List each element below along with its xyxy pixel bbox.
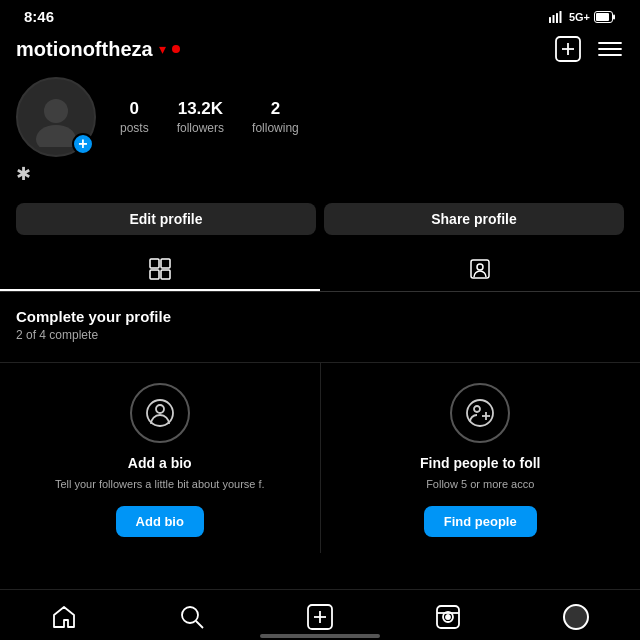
- add-post-button[interactable]: [554, 35, 582, 63]
- svg-point-13: [44, 99, 68, 123]
- add-photo-button[interactable]: +: [72, 133, 94, 155]
- find-people-button[interactable]: Find people: [424, 506, 537, 537]
- following-stat[interactable]: 2 following: [252, 99, 299, 135]
- task-find-people: Find people to foll Follow 5 or more acc…: [321, 363, 641, 553]
- svg-rect-17: [150, 270, 159, 279]
- home-indicator: [260, 634, 380, 638]
- stats-wrap: 0 posts 13.2K followers 2 following: [120, 99, 624, 135]
- svg-rect-5: [596, 13, 609, 21]
- tab-grid[interactable]: [0, 247, 320, 291]
- complete-profile-title: Complete your profile: [16, 308, 624, 325]
- task-add-bio: Add a bio Tell your followers a little b…: [0, 363, 321, 553]
- svg-point-24: [474, 406, 480, 412]
- following-label: following: [252, 121, 299, 135]
- svg-point-23: [467, 400, 493, 426]
- svg-rect-0: [549, 17, 551, 23]
- avatar-wrap: +: [16, 77, 96, 157]
- profile-tasks: Add a bio Tell your followers a little b…: [0, 362, 640, 553]
- posts-label: posts: [120, 121, 149, 135]
- following-count: 2: [271, 99, 280, 119]
- bottom-nav: [0, 589, 640, 640]
- battery-icon: [594, 11, 616, 23]
- complete-profile-subtitle: 2 of 4 complete: [16, 328, 624, 342]
- followers-label: followers: [177, 121, 224, 135]
- profile-section: + 0 posts 13.2K followers 2 following ✱: [0, 73, 640, 195]
- header: motionoftheza ▾: [0, 29, 640, 73]
- nav-add[interactable]: [256, 598, 384, 636]
- profile-info-row: + 0 posts 13.2K followers 2 following: [16, 77, 624, 157]
- nav-search[interactable]: [128, 598, 256, 636]
- svg-rect-1: [552, 15, 554, 23]
- svg-rect-18: [161, 270, 170, 279]
- svg-rect-2: [556, 13, 558, 23]
- svg-point-27: [182, 607, 198, 623]
- svg-point-22: [156, 405, 164, 413]
- dropdown-arrow-icon[interactable]: ▾: [159, 41, 166, 57]
- svg-point-14: [36, 125, 76, 147]
- svg-line-28: [196, 621, 203, 628]
- tab-bar: [0, 247, 640, 292]
- find-people-desc: Follow 5 or more acco: [426, 477, 534, 492]
- network-label: 5G+: [569, 11, 590, 23]
- followers-count: 13.2K: [178, 99, 223, 119]
- svg-rect-3: [559, 11, 561, 23]
- username-wrap: motionoftheza ▾: [16, 38, 180, 61]
- posts-count: 0: [130, 99, 139, 119]
- status-icons: 5G+: [549, 11, 616, 23]
- svg-point-34: [446, 615, 450, 619]
- user-icon-row: ✱: [16, 163, 624, 185]
- header-icons: [554, 35, 624, 63]
- menu-button[interactable]: [596, 35, 624, 63]
- nav-home[interactable]: [0, 598, 128, 636]
- followers-stat[interactable]: 13.2K followers: [177, 99, 224, 135]
- find-people-title: Find people to foll: [420, 455, 541, 471]
- edit-profile-button[interactable]: Edit profile: [16, 203, 316, 235]
- profile-avatar-nav: [563, 604, 589, 630]
- action-buttons: Edit profile Share profile: [0, 195, 640, 247]
- add-bio-desc: Tell your followers a little bit about y…: [55, 477, 265, 492]
- svg-rect-16: [161, 259, 170, 268]
- svg-rect-15: [150, 259, 159, 268]
- status-bar: 8:46 5G+: [0, 0, 640, 29]
- nav-profile[interactable]: [512, 598, 640, 636]
- signal-icon: [549, 11, 565, 23]
- add-bio-title: Add a bio: [128, 455, 192, 471]
- svg-point-20: [477, 264, 483, 270]
- find-people-icon-circle: [450, 383, 510, 443]
- notification-dot: [172, 45, 180, 53]
- tab-tagged[interactable]: [320, 247, 640, 291]
- username: motionoftheza: [16, 38, 153, 61]
- status-time: 8:46: [24, 8, 54, 25]
- nav-reels[interactable]: [384, 598, 512, 636]
- user-icon: ✱: [16, 164, 31, 184]
- svg-rect-6: [613, 14, 615, 19]
- posts-stat[interactable]: 0 posts: [120, 99, 149, 135]
- add-bio-icon-circle: [130, 383, 190, 443]
- share-profile-button[interactable]: Share profile: [324, 203, 624, 235]
- complete-profile-section: Complete your profile 2 of 4 complete: [0, 292, 640, 362]
- add-bio-button[interactable]: Add bio: [116, 506, 204, 537]
